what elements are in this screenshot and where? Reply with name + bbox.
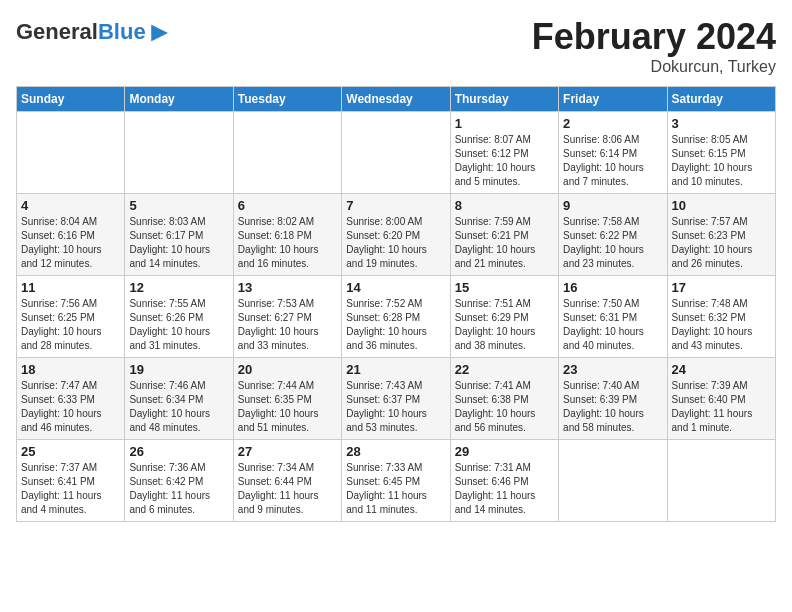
calendar-cell: 26Sunrise: 7:36 AMSunset: 6:42 PMDayligh… [125,440,233,522]
calendar-cell: 9Sunrise: 7:58 AMSunset: 6:22 PMDaylight… [559,194,667,276]
calendar-cell: 1Sunrise: 8:07 AMSunset: 6:12 PMDaylight… [450,112,558,194]
day-number: 5 [129,198,228,213]
day-info: Sunrise: 8:00 AMSunset: 6:20 PMDaylight:… [346,215,445,271]
calendar-cell: 11Sunrise: 7:56 AMSunset: 6:25 PMDayligh… [17,276,125,358]
calendar-day-header: Monday [125,87,233,112]
day-number: 21 [346,362,445,377]
day-info: Sunrise: 7:44 AMSunset: 6:35 PMDaylight:… [238,379,337,435]
calendar-cell: 20Sunrise: 7:44 AMSunset: 6:35 PMDayligh… [233,358,341,440]
calendar-day-header: Friday [559,87,667,112]
day-info: Sunrise: 7:36 AMSunset: 6:42 PMDaylight:… [129,461,228,517]
calendar-table: SundayMondayTuesdayWednesdayThursdayFrid… [16,86,776,522]
calendar-cell: 21Sunrise: 7:43 AMSunset: 6:37 PMDayligh… [342,358,450,440]
day-info: Sunrise: 7:56 AMSunset: 6:25 PMDaylight:… [21,297,120,353]
logo-blue: Blue [98,19,146,44]
calendar-day-header: Tuesday [233,87,341,112]
logo-arrow-icon: ► [146,16,174,48]
day-number: 28 [346,444,445,459]
day-info: Sunrise: 7:52 AMSunset: 6:28 PMDaylight:… [346,297,445,353]
calendar-cell: 8Sunrise: 7:59 AMSunset: 6:21 PMDaylight… [450,194,558,276]
day-number: 11 [21,280,120,295]
calendar-cell: 4Sunrise: 8:04 AMSunset: 6:16 PMDaylight… [17,194,125,276]
day-info: Sunrise: 7:51 AMSunset: 6:29 PMDaylight:… [455,297,554,353]
day-info: Sunrise: 8:06 AMSunset: 6:14 PMDaylight:… [563,133,662,189]
day-info: Sunrise: 7:34 AMSunset: 6:44 PMDaylight:… [238,461,337,517]
day-info: Sunrise: 8:07 AMSunset: 6:12 PMDaylight:… [455,133,554,189]
calendar-cell: 3Sunrise: 8:05 AMSunset: 6:15 PMDaylight… [667,112,775,194]
day-number: 1 [455,116,554,131]
day-info: Sunrise: 7:43 AMSunset: 6:37 PMDaylight:… [346,379,445,435]
day-number: 7 [346,198,445,213]
calendar-cell: 23Sunrise: 7:40 AMSunset: 6:39 PMDayligh… [559,358,667,440]
day-number: 9 [563,198,662,213]
calendar-cell: 27Sunrise: 7:34 AMSunset: 6:44 PMDayligh… [233,440,341,522]
calendar-cell [125,112,233,194]
day-number: 16 [563,280,662,295]
calendar-week-row: 1Sunrise: 8:07 AMSunset: 6:12 PMDaylight… [17,112,776,194]
calendar-cell: 14Sunrise: 7:52 AMSunset: 6:28 PMDayligh… [342,276,450,358]
calendar-cell: 13Sunrise: 7:53 AMSunset: 6:27 PMDayligh… [233,276,341,358]
day-number: 23 [563,362,662,377]
day-info: Sunrise: 7:46 AMSunset: 6:34 PMDaylight:… [129,379,228,435]
calendar-cell: 19Sunrise: 7:46 AMSunset: 6:34 PMDayligh… [125,358,233,440]
day-info: Sunrise: 7:31 AMSunset: 6:46 PMDaylight:… [455,461,554,517]
day-number: 19 [129,362,228,377]
calendar-cell [342,112,450,194]
calendar-cell: 6Sunrise: 8:02 AMSunset: 6:18 PMDaylight… [233,194,341,276]
calendar-cell [559,440,667,522]
day-number: 3 [672,116,771,131]
title-block: February 2024 Dokurcun, Turkey [532,16,776,76]
day-info: Sunrise: 7:59 AMSunset: 6:21 PMDaylight:… [455,215,554,271]
logo-text: GeneralBlue [16,19,146,45]
day-info: Sunrise: 8:02 AMSunset: 6:18 PMDaylight:… [238,215,337,271]
calendar-cell: 12Sunrise: 7:55 AMSunset: 6:26 PMDayligh… [125,276,233,358]
day-info: Sunrise: 7:58 AMSunset: 6:22 PMDaylight:… [563,215,662,271]
calendar-cell: 10Sunrise: 7:57 AMSunset: 6:23 PMDayligh… [667,194,775,276]
day-info: Sunrise: 7:37 AMSunset: 6:41 PMDaylight:… [21,461,120,517]
day-info: Sunrise: 7:48 AMSunset: 6:32 PMDaylight:… [672,297,771,353]
calendar-week-row: 11Sunrise: 7:56 AMSunset: 6:25 PMDayligh… [17,276,776,358]
day-number: 8 [455,198,554,213]
page-header: GeneralBlue ► February 2024 Dokurcun, Tu… [16,16,776,76]
day-info: Sunrise: 7:50 AMSunset: 6:31 PMDaylight:… [563,297,662,353]
day-number: 2 [563,116,662,131]
day-info: Sunrise: 7:53 AMSunset: 6:27 PMDaylight:… [238,297,337,353]
calendar-cell: 25Sunrise: 7:37 AMSunset: 6:41 PMDayligh… [17,440,125,522]
month-title: February 2024 [532,16,776,58]
calendar-cell: 2Sunrise: 8:06 AMSunset: 6:14 PMDaylight… [559,112,667,194]
day-info: Sunrise: 7:41 AMSunset: 6:38 PMDaylight:… [455,379,554,435]
day-number: 25 [21,444,120,459]
calendar-day-header: Thursday [450,87,558,112]
calendar-day-header: Saturday [667,87,775,112]
day-number: 18 [21,362,120,377]
day-number: 26 [129,444,228,459]
location: Dokurcun, Turkey [532,58,776,76]
calendar-cell: 22Sunrise: 7:41 AMSunset: 6:38 PMDayligh… [450,358,558,440]
calendar-week-row: 4Sunrise: 8:04 AMSunset: 6:16 PMDaylight… [17,194,776,276]
calendar-cell [667,440,775,522]
day-info: Sunrise: 7:57 AMSunset: 6:23 PMDaylight:… [672,215,771,271]
day-info: Sunrise: 8:03 AMSunset: 6:17 PMDaylight:… [129,215,228,271]
calendar-cell: 29Sunrise: 7:31 AMSunset: 6:46 PMDayligh… [450,440,558,522]
calendar-cell: 17Sunrise: 7:48 AMSunset: 6:32 PMDayligh… [667,276,775,358]
day-number: 4 [21,198,120,213]
calendar-week-row: 25Sunrise: 7:37 AMSunset: 6:41 PMDayligh… [17,440,776,522]
logo: GeneralBlue ► [16,16,173,48]
calendar-cell [17,112,125,194]
calendar-cell: 28Sunrise: 7:33 AMSunset: 6:45 PMDayligh… [342,440,450,522]
logo-general: General [16,19,98,44]
calendar-cell: 18Sunrise: 7:47 AMSunset: 6:33 PMDayligh… [17,358,125,440]
day-number: 29 [455,444,554,459]
day-info: Sunrise: 7:47 AMSunset: 6:33 PMDaylight:… [21,379,120,435]
calendar-cell: 5Sunrise: 8:03 AMSunset: 6:17 PMDaylight… [125,194,233,276]
calendar-cell: 16Sunrise: 7:50 AMSunset: 6:31 PMDayligh… [559,276,667,358]
calendar-day-header: Sunday [17,87,125,112]
day-number: 20 [238,362,337,377]
calendar-cell [233,112,341,194]
calendar-cell: 15Sunrise: 7:51 AMSunset: 6:29 PMDayligh… [450,276,558,358]
day-info: Sunrise: 7:40 AMSunset: 6:39 PMDaylight:… [563,379,662,435]
calendar-cell: 7Sunrise: 8:00 AMSunset: 6:20 PMDaylight… [342,194,450,276]
day-number: 14 [346,280,445,295]
day-number: 27 [238,444,337,459]
day-number: 12 [129,280,228,295]
